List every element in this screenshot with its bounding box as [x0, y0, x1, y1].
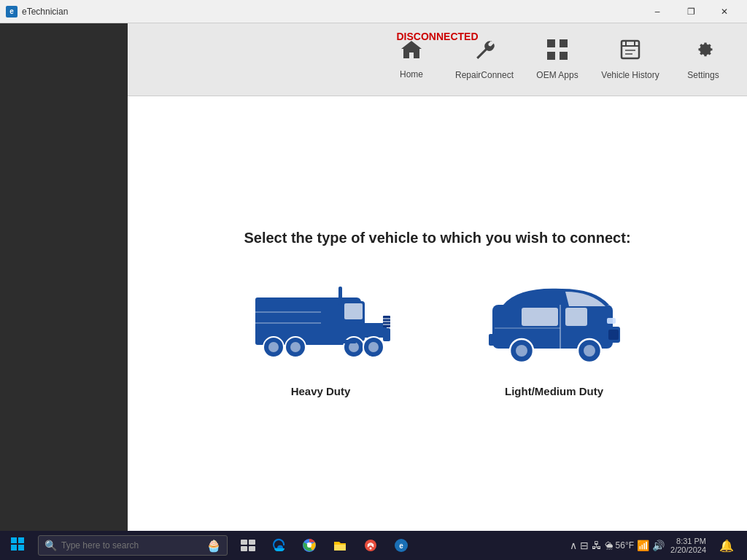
svg-rect-13	[357, 323, 387, 338]
tablet-icon: ⊟	[580, 540, 589, 551]
svg-rect-33	[522, 308, 558, 326]
date-label: 2/20/2024	[670, 545, 706, 554]
svg-text:e: e	[399, 542, 403, 550]
search-icon: 🔍	[44, 540, 57, 551]
taskbar-search-box[interactable]: 🔍 🧁	[38, 535, 228, 556]
svg-point-41	[516, 345, 527, 357]
nav-oemapps[interactable]: OEM Apps	[521, 27, 594, 93]
time-label: 8:31 PM	[676, 537, 706, 545]
nav-settings-label: Settings	[687, 70, 719, 80]
chrome-icon[interactable]	[295, 531, 324, 560]
svg-rect-4	[622, 41, 639, 58]
svg-rect-0	[547, 39, 555, 47]
svg-rect-48	[18, 545, 24, 551]
nav-settings[interactable]: Settings	[667, 27, 740, 93]
explorer-icon[interactable]	[325, 531, 355, 560]
svg-point-56	[365, 540, 376, 551]
svg-point-19	[268, 342, 279, 352]
maximize-button[interactable]: ❐	[674, 0, 708, 23]
svg-point-55	[307, 543, 311, 548]
edge-icon[interactable]	[264, 531, 293, 560]
etechnician-taskbar-icon[interactable]: e	[387, 531, 416, 560]
svg-rect-49	[241, 540, 247, 545]
page-title: Select the type of vehicle to which you …	[244, 230, 630, 246]
windows-icon	[11, 537, 24, 554]
nav-oemapps-label: OEM Apps	[536, 70, 578, 80]
remote-app-1-icon[interactable]	[356, 531, 385, 560]
history-icon	[619, 39, 641, 66]
content-area: DISCONNECTED Home	[128, 23, 747, 531]
notification-button[interactable]: 🔔	[712, 531, 741, 560]
close-button[interactable]: ✕	[708, 0, 741, 23]
wifi-icon: 📶	[637, 540, 649, 551]
minimize-button[interactable]: –	[640, 0, 674, 23]
sidebar	[0, 23, 128, 531]
heavy-duty-option[interactable]: Heavy Duty	[248, 276, 394, 397]
heavy-duty-label: Heavy Duty	[291, 385, 351, 397]
nav-vehiclehistory[interactable]: Vehicle History	[594, 27, 667, 93]
weather-icon: 🌦	[605, 541, 613, 550]
taskbar-apps: e	[233, 531, 416, 560]
svg-rect-27	[338, 287, 342, 305]
temperature-label: 56°F	[616, 540, 634, 551]
light-medium-duty-label: Light/Medium Duty	[505, 385, 603, 397]
svg-rect-34	[565, 308, 587, 326]
app-title: eTechnician	[22, 7, 68, 17]
disconnected-label: DISCONNECTED	[396, 31, 478, 42]
settings-icon	[692, 39, 714, 66]
start-button[interactable]	[0, 531, 35, 560]
taskbar-time[interactable]: 8:31 PM 2/20/2024	[670, 537, 706, 554]
taskbar: 🔍 🧁	[0, 531, 747, 560]
notification-icon: 🔔	[719, 539, 734, 553]
nav-home-label: Home	[400, 69, 423, 79]
vehicle-options: Heavy Duty	[248, 276, 627, 397]
light-medium-duty-van-icon	[481, 276, 627, 373]
wrench-icon	[473, 39, 495, 66]
svg-point-23	[349, 342, 359, 352]
title-bar: e eTechnician – ❐ ✕	[0, 0, 747, 23]
muffin-icon: 🧁	[206, 539, 221, 553]
svg-rect-3	[560, 52, 568, 60]
top-nav: DISCONNECTED Home	[128, 23, 747, 96]
chevron-up-icon[interactable]: ∧	[570, 540, 577, 551]
svg-point-43	[584, 345, 595, 357]
app-icon: e	[6, 6, 18, 18]
svg-point-21	[290, 342, 301, 352]
title-bar-left: e eTechnician	[6, 6, 68, 18]
taskview-button[interactable]	[233, 531, 263, 560]
svg-rect-51	[241, 546, 247, 551]
taskbar-right: ∧ ⊟ 🖧 🌦 56°F 📶 🔊 8:31 PM 2/20/2024 🔔	[570, 531, 747, 560]
taskbar-sys-icons: ∧ ⊟ 🖧 🌦 56°F 📶 🔊	[570, 540, 665, 551]
svg-rect-14	[255, 298, 321, 345]
svg-rect-47	[11, 545, 17, 551]
svg-rect-52	[249, 546, 255, 551]
svg-rect-2	[547, 52, 555, 60]
nav-vehiclehistory-label: Vehicle History	[601, 70, 659, 80]
search-input[interactable]	[61, 540, 202, 551]
speaker-icon: 🔊	[652, 540, 665, 551]
svg-rect-26	[343, 340, 356, 343]
title-bar-controls: – ❐ ✕	[640, 0, 741, 23]
svg-rect-1	[560, 39, 568, 47]
svg-rect-37	[608, 330, 619, 340]
svg-rect-50	[249, 540, 255, 545]
home-icon	[400, 39, 422, 65]
svg-rect-12	[344, 303, 363, 319]
heavy-duty-truck-icon	[248, 276, 394, 373]
network-icon: 🖧	[592, 540, 602, 551]
svg-point-57	[370, 548, 372, 550]
svg-rect-39	[489, 334, 496, 346]
nav-repairconnect-label: RepairConnect	[455, 70, 514, 80]
svg-rect-17	[383, 328, 390, 341]
grid-icon	[546, 39, 568, 66]
svg-rect-46	[18, 537, 24, 543]
svg-rect-38	[607, 318, 616, 324]
page-content: Select the type of vehicle to which you …	[128, 96, 747, 531]
svg-rect-45	[11, 537, 17, 543]
light-medium-duty-option[interactable]: Light/Medium Duty	[481, 276, 627, 397]
svg-point-25	[368, 342, 379, 352]
main-layout: DISCONNECTED Home	[0, 23, 747, 531]
